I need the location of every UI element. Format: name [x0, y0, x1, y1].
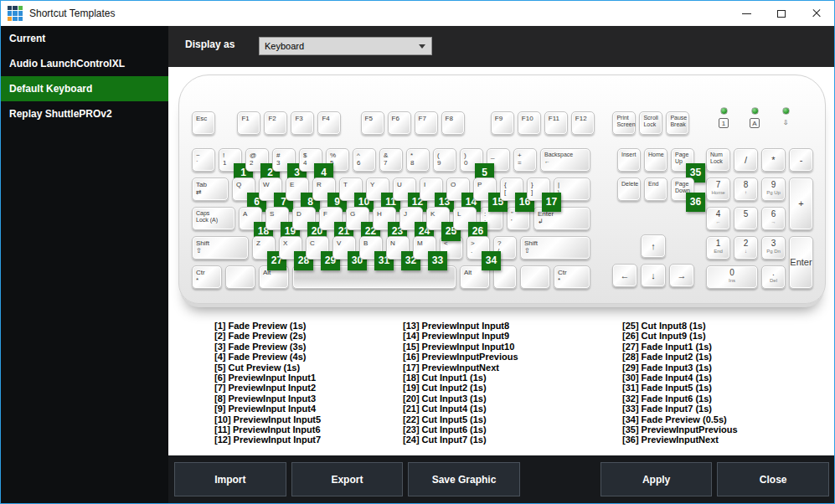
- apply-button[interactable]: Apply: [600, 462, 713, 496]
- key-del[interactable]: .Del: [761, 265, 786, 289]
- key-p[interactable]: P15: [473, 177, 497, 201]
- key-end[interactable]: End: [644, 177, 667, 201]
- key-1[interactable]: !11: [219, 148, 242, 172]
- key-shift[interactable]: Shift⇧: [520, 236, 590, 260]
- key-u[interactable]: U12: [393, 177, 416, 201]
- key-scrolllock[interactable]: ScrollLock: [639, 111, 662, 135]
- key-5[interactable]: 5: [734, 207, 758, 230]
- key-f9[interactable]: F9: [491, 111, 514, 135]
- key-ctr[interactable]: Ctr*: [192, 265, 222, 289]
- sidebar-item-replay-shuttleprov2[interactable]: Replay ShuttlePROv2: [1, 101, 168, 126]
- key-c[interactable]: C29: [306, 236, 329, 260]
- key-g[interactable]: G22: [346, 207, 369, 230]
- key-printscreen[interactable]: PrintScreen: [612, 111, 636, 135]
- key-shift[interactable]: Shift⇧: [192, 236, 249, 260]
- key-capslocka[interactable]: CapsLock (A): [192, 207, 235, 230]
- key-tab[interactable]: Tab⇄: [192, 177, 229, 201]
- key-n[interactable]: N32: [386, 236, 410, 260]
- key-m[interactable]: M33: [413, 236, 436, 260]
- key-2[interactable]: @22: [245, 148, 269, 172]
- export-button[interactable]: Export: [291, 462, 404, 496]
- key-6[interactable]: ^6: [353, 148, 376, 172]
- key-f2[interactable]: F2: [264, 111, 287, 135]
- key-4[interactable]: $44: [299, 148, 322, 172]
- display-as-dropdown[interactable]: Keyboard: [259, 37, 432, 55]
- key-symbol[interactable]: >.34: [466, 236, 490, 260]
- key-i[interactable]: I13: [420, 177, 443, 201]
- key-2[interactable]: 2↓: [734, 236, 758, 260]
- key-j[interactable]: J24: [399, 207, 423, 230]
- maximize-button[interactable]: [764, 1, 799, 26]
- key-f7[interactable]: F7: [415, 111, 438, 135]
- key-pausebreak[interactable]: PauseBreak: [666, 111, 689, 135]
- key-f1[interactable]: F1: [237, 111, 260, 135]
- key-3[interactable]: #33: [272, 148, 296, 172]
- close-button[interactable]: Close: [717, 462, 829, 496]
- key-pageup[interactable]: PageUp35: [671, 148, 694, 172]
- key-8[interactable]: 8↑: [734, 177, 758, 201]
- sidebar-item-audio-launchcontrolxl[interactable]: Audio LaunchControlXL: [1, 51, 168, 76]
- key-backspace[interactable]: Backspace←: [540, 148, 590, 172]
- key-f[interactable]: F21: [319, 207, 343, 230]
- key-symbol[interactable]: {[16: [500, 177, 523, 201]
- key-symbol[interactable]: ←: [612, 264, 637, 287]
- sidebar-item-default-keyboard[interactable]: Default Keyboard: [1, 76, 168, 101]
- key-w[interactable]: W7: [259, 177, 282, 201]
- key-symbol[interactable]: /: [734, 148, 758, 172]
- key-4[interactable]: 4←: [706, 207, 730, 230]
- key-f8[interactable]: F8: [441, 111, 465, 135]
- key-symbol[interactable]: ↑: [641, 234, 666, 258]
- key-numlock[interactable]: NumLock: [706, 148, 730, 172]
- key-home[interactable]: Home: [644, 148, 667, 172]
- key-o[interactable]: O14: [446, 177, 470, 201]
- key-f3[interactable]: F3: [291, 111, 314, 135]
- key-delete[interactable]: Delete: [617, 177, 641, 201]
- key-f11[interactable]: F11: [544, 111, 568, 135]
- key-d[interactable]: D20: [292, 207, 316, 230]
- key-symbol[interactable]: ~`: [192, 148, 215, 172]
- close-button[interactable]: [799, 1, 834, 26]
- key-symbol[interactable]: +=: [513, 148, 537, 172]
- key-e[interactable]: E8: [286, 177, 309, 201]
- key-l[interactable]: L26: [453, 207, 477, 230]
- key-b[interactable]: B31: [359, 236, 383, 260]
- key-1end[interactable]: 1End: [706, 236, 730, 260]
- key-v[interactable]: V30: [332, 236, 356, 260]
- key-blank[interactable]: [520, 265, 550, 289]
- key-f12[interactable]: F12: [571, 111, 595, 135]
- key-3pgdn[interactable]: 3Pg Dn: [761, 236, 786, 260]
- key-f6[interactable]: F6: [388, 111, 411, 135]
- key-r[interactable]: R9: [312, 177, 336, 201]
- key-8[interactable]: *8: [406, 148, 430, 172]
- key-f5[interactable]: F5: [361, 111, 384, 135]
- key-y[interactable]: Y11: [366, 177, 389, 201]
- key-s[interactable]: S19: [265, 207, 289, 230]
- key-x[interactable]: X28: [279, 236, 302, 260]
- key-f4[interactable]: F4: [317, 111, 341, 135]
- save-graphic-button[interactable]: Save Graphic: [408, 462, 520, 496]
- key-pagedown[interactable]: PageDown36: [671, 177, 694, 201]
- key-k[interactable]: K25: [426, 207, 450, 230]
- sidebar-item-current[interactable]: Current: [1, 26, 168, 51]
- key-q[interactable]: Q6: [232, 177, 255, 201]
- key-7home[interactable]: 7Home: [706, 177, 730, 201]
- key-symbol[interactable]: -: [789, 148, 813, 172]
- key-z[interactable]: Z27: [252, 236, 276, 260]
- key-6[interactable]: 6→: [761, 207, 786, 230]
- key-symbol[interactable]: →: [669, 264, 694, 287]
- import-button[interactable]: Import: [174, 462, 286, 496]
- key-symbol[interactable]: ↓: [641, 264, 666, 287]
- key-7[interactable]: &7: [379, 148, 403, 172]
- key-0[interactable]: )05: [460, 148, 483, 172]
- key-f10[interactable]: F10: [518, 111, 541, 135]
- key-a[interactable]: A18: [239, 207, 262, 230]
- key-symbol[interactable]: }]17: [527, 177, 550, 201]
- key-blank[interactable]: [225, 265, 255, 289]
- key-9pgup[interactable]: 9Pg Up: [761, 177, 786, 201]
- key-h[interactable]: H23: [373, 207, 396, 230]
- key-symbol[interactable]: +: [789, 177, 813, 230]
- key-insert[interactable]: Insert: [617, 148, 641, 172]
- key-symbol[interactable]: *: [761, 148, 786, 172]
- key-ctr[interactable]: Ctr*: [554, 265, 590, 289]
- key-enter[interactable]: Enter: [789, 236, 813, 289]
